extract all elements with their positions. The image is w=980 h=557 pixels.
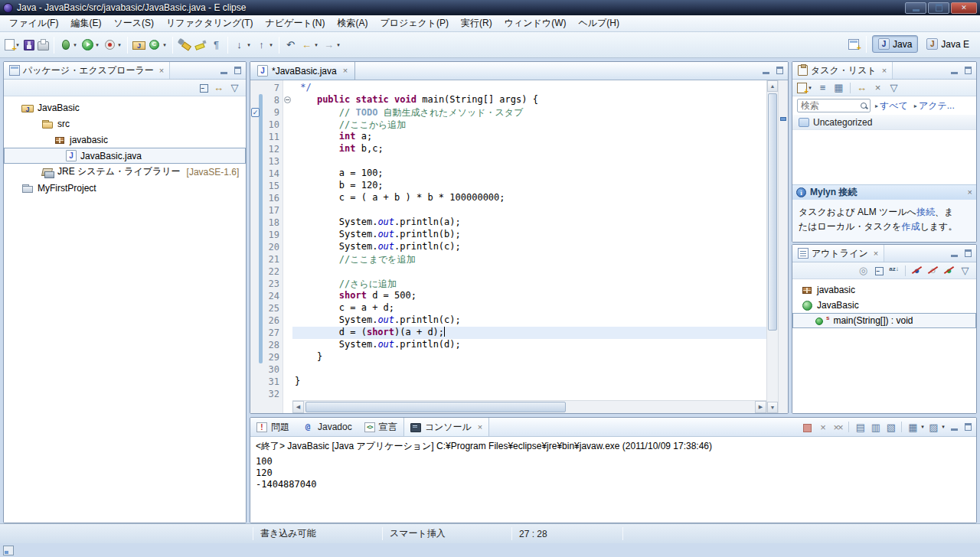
vertical-scroll-thumb[interactable] (768, 93, 777, 331)
horizontal-scroll-thumb[interactable] (305, 402, 566, 412)
minimize-view-icon[interactable] (949, 66, 960, 76)
code-editor[interactable]: */ public static void main(String[] args… (292, 80, 766, 400)
overview-ruler[interactable] (778, 80, 788, 413)
code-line[interactable]: short d = 500; (292, 290, 766, 302)
new-wizard-button[interactable]: ▾ (3, 37, 22, 52)
show-whitespace-button[interactable]: ¶ (208, 37, 224, 53)
code-line[interactable]: System.out.println(a); (292, 217, 766, 229)
delete-task-button[interactable]: × (871, 81, 885, 94)
close-editor-icon[interactable]: × (343, 67, 348, 75)
back-button[interactable]: ←▾ (299, 37, 321, 53)
code-line[interactable]: } (292, 376, 766, 388)
view-menu-button[interactable]: ▽ (227, 81, 242, 94)
tree-item[interactable]: JavaBasic (792, 298, 976, 313)
code-line[interactable]: System.out.println(c); (292, 241, 766, 253)
menubar-item[interactable]: 編集(E) (64, 15, 107, 32)
filter-link[interactable]: アクテ... (919, 99, 955, 112)
dropdown-arrow-icon[interactable]: ▾ (268, 42, 274, 48)
dropdown-arrow-icon[interactable]: ▾ (919, 424, 925, 430)
tree-item[interactable]: JavaBasic (4, 99, 246, 116)
code-line[interactable]: } (292, 351, 766, 363)
scheduled-view-button[interactable]: ▦ (831, 81, 846, 94)
code-line[interactable] (292, 363, 766, 376)
maximize-view-icon[interactable] (232, 66, 243, 76)
display-console-button[interactable]: ▦▾ (906, 421, 925, 434)
filter-link[interactable]: すべて (880, 99, 908, 112)
minimize-editor-icon[interactable] (760, 66, 772, 76)
forward-button[interactable]: →▾ (321, 37, 343, 53)
code-line[interactable] (292, 265, 766, 278)
code-line[interactable] (292, 204, 766, 217)
vertical-scrollbar[interactable]: ▲ ▼ (766, 80, 778, 413)
code-line[interactable]: c = ( a + b ) * b * 100000000; (292, 192, 766, 204)
dropdown-arrow-icon[interactable]: ▾ (246, 42, 252, 48)
task-category-row[interactable]: Uncategorized (792, 115, 976, 130)
code-line[interactable]: System.out.println(c); (292, 314, 766, 327)
java-search-button[interactable] (176, 37, 192, 53)
maximize-button[interactable] (928, 2, 949, 14)
horizontal-scrollbar[interactable]: ◀ ▶ (292, 400, 766, 413)
maximize-view-icon[interactable] (962, 249, 974, 259)
mylyn-link[interactable]: 接続 (916, 207, 935, 217)
menubar-item[interactable]: 検索(A) (331, 15, 374, 32)
console-tab[interactable]: 問題 (250, 418, 296, 436)
code-line[interactable]: */ (292, 82, 766, 94)
remove-launch-button[interactable]: × (815, 421, 829, 434)
view-menu-button[interactable]: ▽ (958, 264, 972, 277)
new-task-button[interactable]: ▾ (796, 81, 814, 94)
code-line[interactable]: // TODO 自動生成されたメソッド・スタブ (292, 106, 766, 119)
collapse-fold-icon[interactable] (284, 96, 291, 103)
task-overview-marker[interactable] (780, 117, 786, 121)
hide-fields-button[interactable]: ● (910, 264, 924, 277)
maximize-editor-icon[interactable] (774, 66, 786, 76)
console-tab[interactable]: Javadoc (296, 418, 358, 436)
print-button[interactable] (36, 37, 51, 52)
dropdown-arrow-icon[interactable]: ▾ (94, 42, 100, 48)
code-line[interactable]: a = 100; (292, 168, 766, 180)
new-class-button[interactable]: ▾ (147, 37, 169, 53)
prev-annotation-button[interactable]: ↑▾ (253, 37, 276, 53)
minimize-view-icon[interactable] (949, 249, 960, 259)
link-editor-button[interactable]: ↔ (854, 81, 869, 94)
console-tab[interactable]: コンソール× (403, 418, 490, 436)
code-line[interactable]: c = a + d; (292, 302, 766, 314)
tree-item[interactable]: smain(String[]) : void (792, 313, 976, 328)
scroll-left-icon[interactable]: ◀ (292, 401, 304, 413)
tree-item[interactable]: JavaBasic.java (4, 148, 246, 164)
annotation-ruler[interactable] (250, 80, 263, 413)
close-button[interactable]: ✕ (951, 2, 977, 14)
perspective-java-button[interactable]: Java (872, 35, 918, 53)
minimize-view-icon[interactable] (218, 66, 230, 76)
last-edit-location-button[interactable]: ↶ (283, 37, 299, 53)
outline-tab[interactable]: アウトライン × (792, 245, 884, 262)
code-line[interactable]: d = (short)(a + d); (292, 327, 766, 339)
menubar-item[interactable]: ソース(S) (107, 15, 160, 32)
mylyn-close-icon[interactable]: × (968, 188, 972, 197)
next-annotation-button[interactable]: ↓▾ (231, 37, 253, 53)
editor-tab[interactable]: *JavaBasic.java × (250, 62, 355, 80)
menubar-item[interactable]: ヘルプ(H) (572, 15, 626, 32)
tree-item[interactable]: javabasic (792, 282, 976, 298)
code-line[interactable] (292, 155, 766, 168)
code-line[interactable]: public static void main(String[] args) { (292, 94, 766, 106)
perspective-javae-button[interactable]: Java E (920, 35, 975, 53)
code-line[interactable]: int a; (292, 131, 766, 143)
code-line[interactable]: //ここまでを追加 (292, 253, 766, 265)
code-line[interactable]: b = 120; (292, 180, 766, 192)
collapse-all-button[interactable] (197, 81, 210, 94)
minimize-button[interactable] (905, 2, 926, 14)
hide-static-button[interactable]: ○ (926, 264, 940, 277)
task-filter[interactable]: ▸すべて (875, 99, 908, 112)
dropdown-arrow-icon[interactable]: ▾ (162, 42, 168, 48)
menubar-item[interactable]: プロジェクト(P) (374, 15, 455, 32)
pin-console-button[interactable]: ▧ (884, 421, 897, 434)
menubar-item[interactable]: リファクタリング(T) (160, 15, 260, 32)
close-tab-icon[interactable]: × (478, 423, 482, 432)
dropdown-arrow-icon[interactable]: ▾ (72, 42, 78, 48)
code-line[interactable]: //ここから追加 (292, 119, 766, 131)
tree-item[interactable]: javabasic (4, 132, 246, 148)
debug-button[interactable]: ▾ (57, 37, 80, 53)
new-java-project-button[interactable] (131, 37, 147, 53)
clear-console-button[interactable]: ▤ (853, 421, 867, 434)
mylyn-link[interactable]: 作成 (902, 221, 920, 232)
